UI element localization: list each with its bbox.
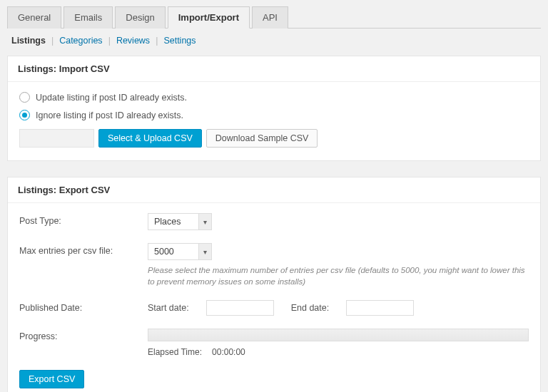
export-panel-title: Listings: Export CSV [8,177,540,203]
max-entries-help: Please select the maximum number of entr… [148,264,529,287]
select-upload-csv-button[interactable]: Select & Upload CSV [98,129,202,148]
subtab-categories[interactable]: Categories [58,36,103,46]
separator: | [156,36,158,46]
chevron-down-icon: ▾ [198,214,211,229]
radio-update-label: Update listing if post ID already exists… [36,93,187,103]
main-tabs: General Emails Design Import/Export API [7,6,541,29]
end-date-input[interactable] [346,300,414,316]
start-date-input[interactable] [206,300,274,316]
max-entries-label: Max entries per csv file: [19,243,148,256]
radio-ignore-label: Ignore listing if post ID already exists… [36,110,183,120]
subtab-listings[interactable]: Listings [10,36,47,46]
chevron-down-icon: ▾ [198,244,211,259]
progress-bar [148,329,529,341]
sub-tabs: Listings | Categories | Reviews | Settin… [10,36,541,46]
tab-import-export[interactable]: Import/Export [168,6,250,29]
subtab-settings[interactable]: Settings [162,36,197,46]
elapsed-time-value: 00:00:00 [212,347,245,357]
separator: | [51,36,54,46]
tab-api[interactable]: API [252,6,288,29]
subtab-reviews[interactable]: Reviews [115,36,151,46]
post-type-value: Places [154,217,181,227]
post-type-select[interactable]: Places ▾ [148,213,212,230]
max-entries-select[interactable]: 5000 ▾ [148,243,212,260]
separator: | [108,36,111,46]
import-panel-title: Listings: Import CSV [8,56,540,82]
max-entries-value: 5000 [154,247,174,257]
tab-emails[interactable]: Emails [64,6,113,29]
tab-general[interactable]: General [7,6,61,29]
export-csv-button[interactable]: Export CSV [19,370,84,388]
radio-ignore-listing[interactable] [19,110,30,120]
radio-update-listing[interactable] [19,92,30,103]
post-type-label: Post Type: [19,213,148,226]
published-date-label: Published Date: [19,300,148,313]
tab-design[interactable]: Design [115,6,165,29]
export-csv-panel: Listings: Export CSV Post Type: Places ▾… [7,177,541,392]
start-date-label: Start date: [148,303,189,313]
progress-label: Progress: [19,329,148,341]
file-input[interactable] [19,129,94,148]
download-sample-csv-button[interactable]: Download Sample CSV [206,129,318,148]
end-date-label: End date: [291,303,330,313]
import-csv-panel: Listings: Import CSV Update listing if p… [7,56,541,161]
elapsed-time-label: Elapsed Time: [148,347,202,357]
